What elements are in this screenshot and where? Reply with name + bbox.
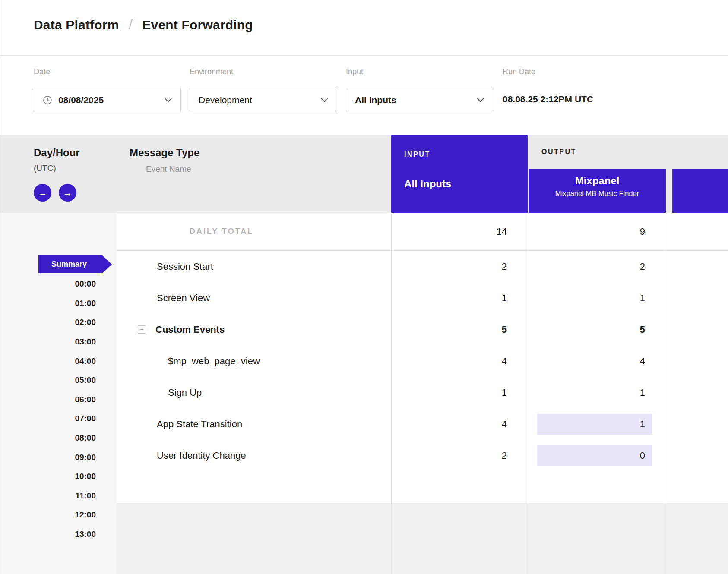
next-day-button[interactable]: → bbox=[59, 184, 76, 202]
table-row: App State Transition 4 1 bbox=[117, 408, 666, 440]
event-name: Session Start bbox=[157, 261, 213, 272]
daily-total-row: DAILY TOTAL 14 9 bbox=[117, 213, 666, 250]
collapse-toggle-icon[interactable]: − bbox=[138, 325, 146, 334]
daily-total-output-count: 9 bbox=[640, 221, 652, 242]
input-column-label: INPUT bbox=[404, 151, 528, 158]
hour-row[interactable]: 02:00 bbox=[0, 313, 96, 332]
event-name: App State Transition bbox=[157, 419, 242, 430]
table-row: Session Start 2 2 bbox=[117, 251, 666, 282]
message-type-title: Message Type bbox=[130, 147, 199, 159]
hour-row[interactable]: 10:00 bbox=[0, 467, 96, 486]
breadcrumb-separator: / bbox=[129, 16, 133, 33]
hour-row[interactable]: 00:00 bbox=[0, 274, 96, 294]
output-column-name: Mixpanel bbox=[529, 175, 666, 187]
run-date-value: 08.08.25 2:12PM UTC bbox=[503, 94, 593, 104]
hour-row[interactable]: 04:00 bbox=[0, 351, 96, 371]
breadcrumb: Data Platform / Event Forwarding bbox=[34, 15, 253, 35]
input-label: Input bbox=[346, 67, 363, 76]
output-count: 5 bbox=[640, 319, 652, 340]
table-row: $mp_web_page_view 4 4 bbox=[117, 345, 666, 377]
environment-value: Development bbox=[199, 95, 252, 105]
input-value: All Inputs bbox=[355, 95, 396, 105]
daily-total-label: DAILY TOTAL bbox=[157, 227, 253, 236]
input-count: 2 bbox=[502, 256, 514, 277]
output-column-header-partial bbox=[672, 169, 728, 213]
date-label: Date bbox=[34, 67, 50, 76]
run-date-label: Run Date bbox=[503, 67, 535, 76]
hour-row[interactable]: 09:00 bbox=[0, 448, 96, 467]
summary-ribbon[interactable]: Summary bbox=[38, 255, 112, 273]
event-name: Screen View bbox=[157, 293, 210, 304]
table-row: − Custom Events 5 5 bbox=[117, 314, 666, 345]
hour-row[interactable]: 01:00 bbox=[0, 294, 96, 313]
input-column-name: All Inputs bbox=[404, 178, 528, 190]
hour-row[interactable]: 03:00 bbox=[0, 332, 96, 352]
hour-row[interactable]: 06:00 bbox=[0, 390, 96, 410]
input-count: 1 bbox=[502, 382, 514, 403]
chevron-down-icon bbox=[165, 98, 172, 102]
date-value: 08/08/2025 bbox=[58, 95, 104, 105]
input-column-header: INPUT All Inputs bbox=[391, 135, 528, 213]
hour-row[interactable]: 11:00 bbox=[0, 486, 96, 506]
daily-total-input-count: 14 bbox=[497, 221, 514, 242]
clock-icon bbox=[43, 95, 52, 105]
output-column-subtitle: Mixpanel MB Music Finder bbox=[529, 189, 666, 198]
day-hour-title: Day/Hour bbox=[34, 147, 80, 159]
event-table: DAILY TOTAL 14 9 Session Start 2 2 Scree… bbox=[117, 213, 666, 471]
input-count: 5 bbox=[502, 319, 514, 340]
event-name: $mp_web_page_view bbox=[168, 356, 260, 367]
input-count: 2 bbox=[502, 445, 514, 466]
message-type-subtitle: Event Name bbox=[146, 164, 191, 174]
event-forwarding-page: Data Platform / Event Forwarding Date En… bbox=[0, 0, 728, 574]
output-section-label: OUTPUT bbox=[541, 148, 576, 156]
output-column-header-mixpanel[interactable]: Mixpanel Mixpanel MB Music Finder bbox=[529, 169, 666, 213]
day-nav: ← → bbox=[34, 184, 76, 202]
hour-row[interactable]: 05:00 bbox=[0, 371, 96, 390]
column-separator bbox=[666, 213, 666, 574]
input-count: 1 bbox=[502, 288, 514, 309]
input-select[interactable]: All Inputs bbox=[346, 88, 493, 112]
table-row: Screen View 1 1 bbox=[117, 282, 666, 314]
environment-label: Environment bbox=[190, 67, 233, 76]
chevron-down-icon bbox=[477, 98, 484, 102]
day-hour-subtitle: (UTC) bbox=[34, 164, 56, 173]
previous-day-button[interactable]: ← bbox=[34, 184, 51, 202]
input-count: 4 bbox=[502, 414, 514, 435]
date-select[interactable]: 08/08/2025 bbox=[34, 88, 181, 112]
breadcrumb-section[interactable]: Data Platform bbox=[34, 18, 119, 32]
event-name: Custom Events bbox=[155, 324, 225, 335]
output-count: 1 bbox=[537, 414, 652, 435]
chevron-down-icon bbox=[321, 98, 328, 102]
grid-header: Day/Hour (UTC) ← → Message Type Event Na… bbox=[0, 135, 728, 213]
output-count: 1 bbox=[640, 288, 652, 309]
output-count: 2 bbox=[640, 256, 652, 277]
table-row: User Identity Change 2 0 bbox=[117, 440, 666, 471]
environment-select[interactable]: Development bbox=[190, 88, 337, 112]
table-row: Sign Up 1 1 bbox=[117, 377, 666, 408]
page-title: Event Forwarding bbox=[142, 18, 253, 32]
input-count: 4 bbox=[502, 351, 514, 372]
output-count: 1 bbox=[640, 382, 652, 403]
output-count: 0 bbox=[537, 445, 652, 466]
event-name: User Identity Change bbox=[157, 450, 246, 461]
hours-list: 00:0001:0002:0003:0004:0005:0006:0007:00… bbox=[0, 274, 96, 544]
output-count: 4 bbox=[640, 351, 652, 372]
event-name: Sign Up bbox=[168, 387, 202, 398]
hour-row[interactable]: 12:00 bbox=[0, 505, 96, 525]
header-divider bbox=[0, 55, 728, 56]
hour-row[interactable]: 08:00 bbox=[0, 429, 96, 448]
table-empty-area bbox=[117, 503, 728, 574]
event-rows: Session Start 2 2 Screen View 1 1 − Cust… bbox=[117, 251, 666, 471]
hour-row[interactable]: 13:00 bbox=[0, 525, 96, 544]
hour-row[interactable]: 07:00 bbox=[0, 409, 96, 429]
